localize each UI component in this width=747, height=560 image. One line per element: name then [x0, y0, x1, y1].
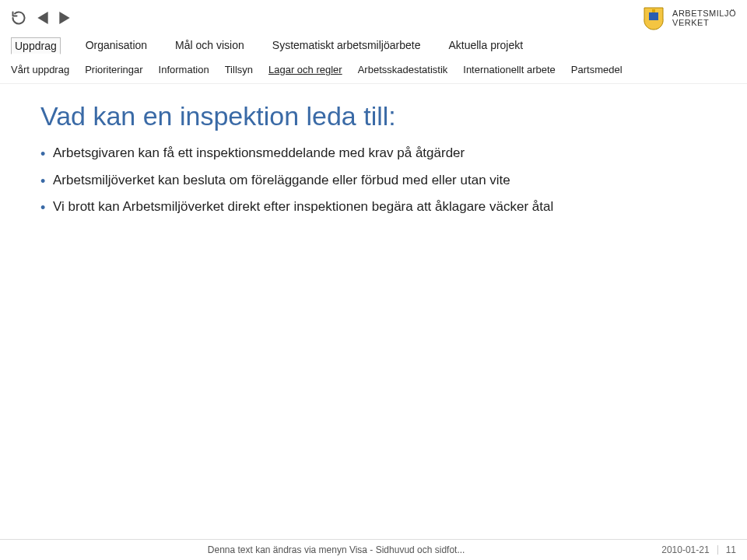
prev-icon[interactable]	[37, 12, 48, 24]
secondary-tab-5[interactable]: Arbetsskadestatistik	[358, 64, 448, 75]
primary-tabs: UppdragOrganisationMål och visionSystema…	[0, 37, 747, 61]
bullet-text: Arbetsgivaren kan få ett inspektionsmedd…	[53, 144, 679, 163]
secondary-tab-0[interactable]: Vårt uppdrag	[11, 64, 69, 75]
bullet-item: Vi brott kan Arbetsmiljöverket direkt ef…	[40, 198, 679, 217]
secondary-tab-6[interactable]: Internationellt arbete	[463, 64, 556, 75]
primary-tab-2[interactable]: Mål och vision	[172, 37, 247, 54]
bullet-text: Arbetsmiljöverket kan besluta om föreläg…	[53, 171, 679, 191]
refresh-icon[interactable]	[11, 10, 26, 26]
footer-date: 2010-01-21	[661, 544, 709, 555]
svg-rect-3	[652, 9, 655, 12]
bullet-list: Arbetsgivaren kan få ett inspektionsmedd…	[40, 144, 679, 217]
crest-icon	[643, 5, 665, 31]
page-title: Vad kan en inspektion leda till:	[40, 101, 733, 131]
logo-line2: VERKET	[672, 18, 736, 27]
primary-tab-3[interactable]: Systematiskt arbetsmiljöarbete	[269, 37, 424, 54]
primary-tab-1[interactable]: Organisation	[82, 37, 150, 54]
nav-icons	[11, 10, 70, 26]
secondary-tabs: Vårt uppdragPrioriteringarInformationTil…	[0, 61, 747, 84]
logo-text: ARBETSMILJÖ VERKET	[672, 9, 736, 27]
bullet-item: Arbetsgivaren kan få ett inspektionsmedd…	[40, 144, 679, 163]
toolbar: ARBETSMILJÖ VERKET	[0, 0, 747, 37]
primary-tab-4[interactable]: Aktuella projekt	[445, 37, 526, 54]
secondary-tab-7[interactable]: Partsmedel	[571, 64, 622, 75]
svg-rect-2	[649, 12, 658, 20]
logo-line1: ARBETSMILJÖ	[672, 9, 736, 18]
secondary-tab-4[interactable]: Lagar och regler	[268, 64, 342, 75]
svg-marker-1	[59, 12, 69, 24]
footer-divider	[717, 545, 718, 555]
logo: ARBETSMILJÖ VERKET	[643, 5, 736, 31]
bullet-text: Vi brott kan Arbetsmiljöverket direkt ef…	[53, 198, 679, 217]
secondary-tab-3[interactable]: Tillsyn	[225, 64, 253, 75]
footer-meta: 2010-01-21 11	[661, 544, 736, 555]
secondary-tab-1[interactable]: Prioriteringar	[85, 64, 142, 75]
footer-page: 11	[726, 544, 736, 555]
secondary-tab-2[interactable]: Information	[159, 64, 209, 75]
footer-note: Denna text kan ändras via menyn Visa - S…	[11, 544, 661, 555]
primary-tab-0[interactable]: Uppdrag	[11, 37, 61, 54]
next-icon[interactable]	[59, 12, 70, 24]
bullet-item: Arbetsmiljöverket kan besluta om föreläg…	[40, 171, 679, 191]
footer: Denna text kan ändras via menyn Visa - S…	[0, 539, 747, 560]
content-area: Vad kan en inspektion leda till: Arbetsg…	[0, 84, 747, 539]
svg-marker-0	[37, 12, 47, 24]
